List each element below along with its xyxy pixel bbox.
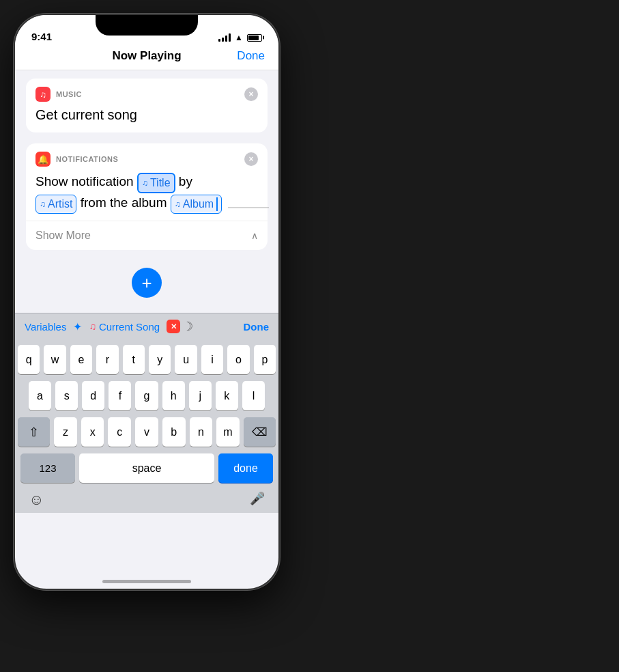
- key-d[interactable]: d: [82, 381, 104, 410]
- music-card: ♫ MUSIC × Get current song: [26, 79, 268, 132]
- keyboard-row-3: ⇧ z x c v b n m ⌫: [18, 417, 276, 447]
- key-i[interactable]: i: [201, 345, 223, 374]
- notif-bell-icon: 🔔: [38, 154, 48, 165]
- variables-label: Variables: [25, 321, 66, 333]
- key-f[interactable]: f: [109, 381, 131, 410]
- key-p[interactable]: p: [254, 345, 276, 374]
- show-more-row[interactable]: Show More ∧: [26, 221, 268, 250]
- current-song-button[interactable]: ♫ Current Song: [89, 321, 160, 333]
- magic-wand-icon[interactable]: ✦: [73, 320, 82, 333]
- current-song-music-icon: ♫: [89, 321, 96, 332]
- key-l[interactable]: l: [242, 381, 265, 410]
- page-title: Now Playing: [112, 49, 181, 63]
- music-note-icon: ♫: [40, 89, 46, 100]
- key-y[interactable]: y: [149, 345, 171, 374]
- done-key[interactable]: done: [218, 453, 273, 483]
- from-album-text: from the album: [81, 195, 167, 210]
- bar1: [218, 39, 220, 42]
- status-icons: ▲: [218, 33, 262, 42]
- home-indicator: [102, 580, 191, 583]
- music-card-content: Get current song: [26, 107, 268, 132]
- key-k[interactable]: k: [216, 381, 238, 410]
- show-more-label: Show More: [35, 229, 91, 242]
- shortcuts-moon-icon: ☽: [182, 319, 193, 334]
- text-cursor: [216, 197, 218, 211]
- num-key[interactable]: 123: [20, 453, 75, 483]
- delete-key[interactable]: ⌫: [244, 417, 276, 447]
- album-token-icon: ♫: [175, 198, 181, 210]
- current-song-label: Current Song: [99, 321, 160, 333]
- bar2: [222, 38, 224, 42]
- notif-card-label: NOTIFICATIONS: [56, 155, 239, 163]
- signal-bars-icon: [218, 33, 231, 42]
- keyboard-bottom-row: 123 space done: [18, 453, 276, 483]
- key-t[interactable]: t: [123, 345, 145, 374]
- shortcuts-icon: ✕: [167, 320, 180, 333]
- music-card-close-button[interactable]: ×: [244, 87, 258, 101]
- wifi-icon: ▲: [235, 33, 243, 42]
- phone-frame: 9:41 ▲ Now Playing Done ♫ MUS: [14, 14, 280, 590]
- keyboard-row-1: q w e r t y u i o p: [18, 345, 276, 374]
- title-token-icon: ♫: [142, 177, 148, 189]
- variables-bar: Variables ✦ ♫ Current Song ✕ ☽ Done: [15, 313, 278, 339]
- notifications-card: 🔔 NOTIFICATIONS × Show notification ♫ Ti…: [26, 143, 268, 250]
- shift-key[interactable]: ⇧: [18, 417, 50, 447]
- key-g[interactable]: g: [135, 381, 158, 410]
- title-token-label: Title: [150, 175, 171, 191]
- key-m[interactable]: m: [216, 417, 240, 447]
- artist-token-label: Artist: [48, 196, 72, 212]
- key-w[interactable]: w: [44, 345, 66, 374]
- keyboard: q w e r t y u i o p a s d f g h j k l ⇧ …: [15, 339, 278, 513]
- key-e[interactable]: e: [70, 345, 92, 374]
- nav-done-button[interactable]: Done: [237, 49, 265, 63]
- variables-button[interactable]: Variables: [25, 321, 66, 333]
- mic-button[interactable]: 🎤: [250, 491, 265, 509]
- key-x[interactable]: x: [81, 417, 104, 447]
- variables-done-button[interactable]: Done: [244, 321, 270, 333]
- nav-bar: Now Playing Done: [15, 45, 278, 70]
- add-action-button[interactable]: +: [132, 268, 162, 298]
- space-key[interactable]: space: [79, 453, 214, 483]
- key-c[interactable]: c: [108, 417, 131, 447]
- title-token[interactable]: ♫ Title: [137, 173, 175, 193]
- status-time: 9:41: [31, 31, 52, 42]
- show-notification-text: Show notification: [35, 174, 134, 188]
- content-area: ♫ MUSIC × Get current song 🔔 NOTIFICATIO…: [15, 70, 278, 313]
- show-more-chevron-icon: ∧: [251, 230, 258, 241]
- battery-fill: [248, 36, 259, 40]
- key-r[interactable]: r: [96, 345, 118, 374]
- key-v[interactable]: v: [135, 417, 158, 447]
- battery-icon: [247, 34, 262, 42]
- key-j[interactable]: j: [189, 381, 212, 410]
- callout-line: [228, 207, 269, 208]
- key-o[interactable]: o: [227, 345, 249, 374]
- key-h[interactable]: h: [162, 381, 185, 410]
- bar3: [225, 36, 227, 42]
- notif-card-header: 🔔 NOTIFICATIONS ×: [26, 143, 268, 172]
- add-button-row: +: [26, 257, 268, 305]
- key-s[interactable]: s: [55, 381, 78, 410]
- music-card-label: MUSIC: [56, 90, 239, 98]
- notch: [96, 15, 198, 36]
- artist-token-icon: ♫: [40, 198, 46, 210]
- key-b[interactable]: b: [162, 417, 186, 447]
- key-n[interactable]: n: [190, 417, 213, 447]
- key-u[interactable]: u: [175, 345, 197, 374]
- notif-card-icon: 🔔: [35, 152, 51, 167]
- album-token-label: Album: [183, 196, 214, 212]
- music-card-header: ♫ MUSIC ×: [26, 79, 268, 107]
- shortcuts-icon-group[interactable]: ✕ ☽: [167, 319, 193, 334]
- key-a[interactable]: a: [29, 381, 51, 410]
- keyboard-extras-row: ☺ 🎤: [18, 488, 276, 510]
- notif-card-content: Show notification ♫ Title by ♫ Artist fr…: [26, 172, 268, 221]
- bar4: [229, 33, 231, 42]
- key-q[interactable]: q: [18, 345, 40, 374]
- emoji-button[interactable]: ☺: [29, 491, 44, 509]
- keyboard-row-2: a s d f g h j k l: [18, 381, 276, 410]
- notif-card-close-button[interactable]: ×: [244, 152, 258, 166]
- artist-token[interactable]: ♫ Artist: [35, 195, 76, 214]
- music-card-icon: ♫: [35, 87, 51, 102]
- album-token[interactable]: ♫ Album: [171, 195, 222, 214]
- by-text: by: [179, 174, 192, 188]
- key-z[interactable]: z: [54, 417, 77, 447]
